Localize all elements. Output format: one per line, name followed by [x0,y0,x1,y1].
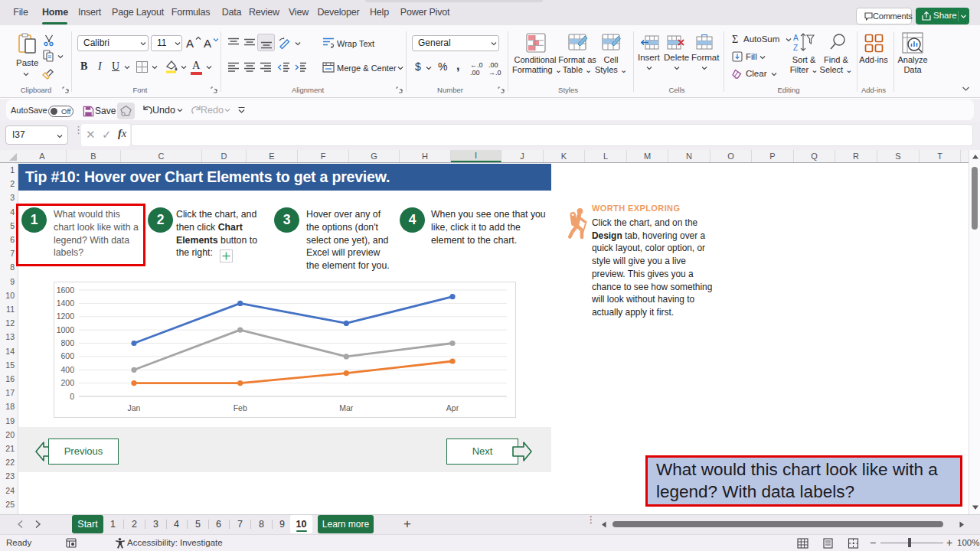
svg-text:800: 800 [60,338,74,347]
svg-text:Jan: Jan [128,403,141,412]
svg-text:Feb: Feb [234,403,247,412]
svg-text:1600: 1600 [57,285,75,295]
svg-text:A: A [793,34,799,42]
svg-text:Apr: Apr [446,403,459,412]
svg-text:Mar: Mar [339,403,354,412]
svg-text:1000: 1000 [57,325,75,334]
svg-text:1200: 1200 [57,311,75,321]
svg-text:200: 200 [60,378,74,387]
svg-text:Z: Z [793,44,798,52]
svg-text:1400: 1400 [57,298,75,308]
svg-text:400: 400 [60,365,74,374]
svg-text:600: 600 [60,351,74,360]
svg-text:0: 0 [70,392,74,401]
